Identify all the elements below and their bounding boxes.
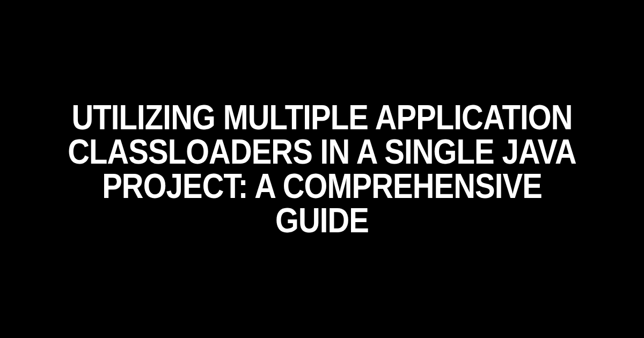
page-title: UTILIZING MULTIPLE APPLICATION CLASSLOAD…	[39, 100, 605, 238]
